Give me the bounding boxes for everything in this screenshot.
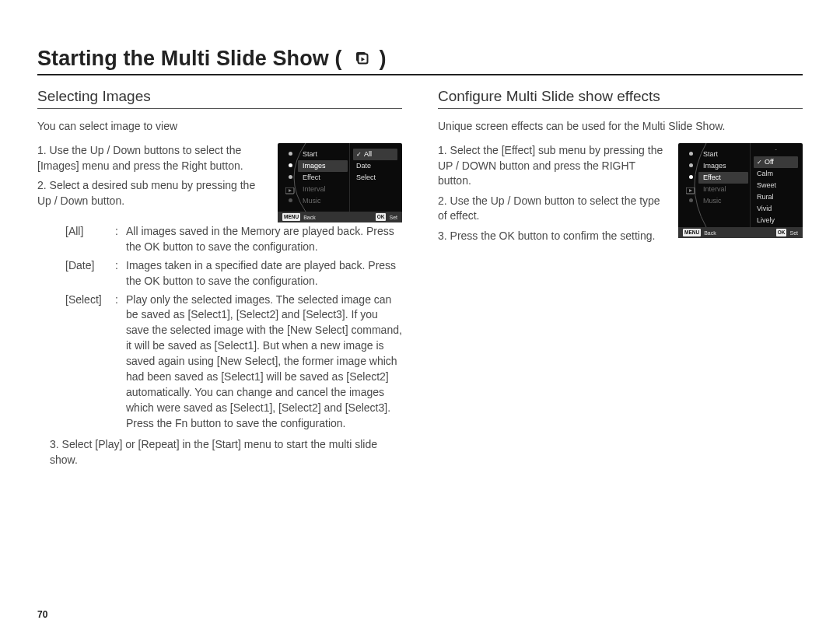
definition-all: [All] : All images saved in the Memory a… — [65, 224, 402, 255]
def-sep: : — [115, 224, 126, 255]
page-number: 70 — [37, 609, 47, 620]
option-label: Select — [356, 174, 376, 181]
left-step-3-block: 3. Select [Play] or [Repeat] in the [Sta… — [37, 437, 402, 468]
screen-footer: MENU Back OK Set — [278, 212, 402, 222]
menu-dot — [689, 152, 693, 156]
screen-menu: Start Images Effect — [278, 143, 349, 212]
menu-label: Interval — [703, 186, 726, 193]
option-off: ✓ Off — [754, 156, 798, 168]
screen-footer: MENU Back OK Set — [678, 227, 803, 238]
scroll-up-icon: ˆ — [754, 149, 798, 156]
left-step-1: 1. Use the Up / Down buttons to select t… — [37, 143, 267, 173]
title-text-after: ) — [380, 47, 387, 71]
right-instructions: 1. Select the [Effect] sub menu by press… — [438, 143, 667, 249]
option-sweet: Sweet — [754, 180, 798, 191]
menu-label: Start — [303, 151, 317, 158]
menu-item-start: Start — [702, 149, 750, 160]
left-step-block: 1. Use the Up / Down buttons to select t… — [37, 143, 402, 222]
menu-item-interval: Interval — [702, 184, 750, 195]
menu-label: Effect — [703, 174, 721, 181]
def-desc: Images taken in a specified date are pla… — [126, 258, 402, 289]
menu-item-music: Music — [301, 195, 349, 207]
left-instructions: 1. Use the Up / Down buttons to select t… — [37, 143, 267, 213]
menu-item-interval: Interval — [301, 184, 349, 195]
menu-item-start: Start — [301, 149, 349, 160]
option-label: Sweet — [757, 182, 776, 189]
left-lead-text: You can select image to view — [37, 120, 402, 132]
ok-badge: OK — [376, 213, 387, 221]
definition-date: [Date] : Images taken in a specified dat… — [65, 258, 402, 289]
slideshow-icon — [350, 48, 372, 70]
definition-select: [Select] : Play only the selected images… — [65, 292, 402, 432]
page-title: Starting the Multi Slide Show ( ) — [37, 47, 803, 75]
left-step-2: 2. Select a desired sub menu by pressing… — [37, 178, 267, 208]
check-icon: ✓ — [356, 152, 362, 158]
section-heading-selecting-images: Selecting Images — [37, 88, 402, 109]
definitions-list: [All] : All images saved in the Memory a… — [37, 224, 402, 431]
option-label: Off — [765, 159, 774, 166]
screen-options: ˆ ✓ Off Calm Sweet Rural Vivid Lively — [750, 143, 801, 227]
section-heading-configure-effects: Configure Multi Slide show effects — [438, 88, 803, 109]
right-lead-text: Unique screen effects can be used for th… — [438, 120, 803, 132]
right-step-2: 2. Use the Up / Down button to select th… — [438, 194, 667, 224]
menu-item-images: Images — [298, 160, 348, 172]
option-lively: Lively — [754, 215, 798, 226]
svg-marker-6 — [689, 189, 692, 192]
left-step-3: 3. Select [Play] or [Repeat] in the [Sta… — [50, 437, 402, 468]
menu-label: Images — [303, 163, 326, 170]
def-label: [All] — [65, 224, 115, 255]
ok-badge: OK — [776, 229, 787, 236]
option-calm: Calm — [754, 168, 798, 180]
option-label: All — [364, 151, 372, 158]
check-icon: ✓ — [757, 159, 762, 166]
manual-page: Starting the Multi Slide Show ( ) Select… — [0, 0, 840, 634]
columns: Selecting Images You can select image to… — [37, 88, 803, 471]
def-sep: : — [115, 292, 126, 432]
menu-dot — [289, 175, 292, 179]
option-date: Date — [353, 160, 397, 172]
option-rural: Rural — [754, 191, 798, 203]
def-label: [Select] — [65, 292, 115, 432]
camera-screen-images: Start Images Effect — [278, 143, 402, 222]
def-label: [Date] — [65, 258, 115, 289]
menu-label: Music — [303, 198, 321, 205]
menu-label: Music — [703, 198, 722, 205]
playback-mode-icon — [686, 187, 695, 194]
option-label: Date — [356, 163, 371, 170]
footer-back-label: Back — [303, 215, 316, 220]
menu-label: Start — [703, 151, 718, 158]
menu-label: Effect — [303, 174, 320, 181]
menu-dot — [689, 163, 693, 167]
camera-screen-effect: Start Images Effect — [678, 143, 803, 238]
right-step-block: 1. Select the [Effect] sub menu by press… — [438, 143, 803, 249]
menu-dot — [289, 152, 292, 156]
right-step-3: 3. Press the OK button to confirm the se… — [438, 229, 667, 244]
option-label: Rural — [757, 194, 774, 201]
menu-item-effect: Effect — [301, 172, 349, 184]
option-select: Select — [353, 172, 397, 184]
menu-label: Images — [703, 163, 726, 170]
svg-marker-4 — [289, 189, 292, 192]
screen-options: ✓ All Date Select — [349, 143, 401, 212]
footer-set-label: Set — [389, 215, 397, 220]
def-desc: All images saved in the Memory are playe… — [126, 224, 402, 255]
option-label: Lively — [757, 217, 775, 224]
camera-screen-body: Start Images Effect — [278, 143, 402, 212]
left-column: Selecting Images You can select image to… — [37, 88, 402, 471]
option-vivid: Vivid — [754, 203, 798, 215]
def-sep: : — [115, 258, 126, 289]
right-column: Configure Multi Slide show effects Uniqu… — [438, 88, 803, 471]
footer-back-label: Back — [704, 230, 716, 236]
footer-set-label: Set — [789, 230, 798, 236]
menu-item-images: Images — [702, 160, 750, 172]
option-label: Calm — [757, 170, 773, 177]
menu-label: Interval — [303, 186, 326, 193]
menu-dot — [689, 198, 693, 202]
menu-badge: MENU — [282, 213, 300, 221]
option-label: Vivid — [757, 205, 772, 212]
option-all: ✓ All — [353, 149, 397, 160]
menu-dot-active — [289, 163, 292, 167]
menu-item-music: Music — [702, 195, 750, 207]
menu-dot — [289, 198, 292, 202]
right-step-1: 1. Select the [Effect] sub menu by press… — [438, 143, 667, 189]
